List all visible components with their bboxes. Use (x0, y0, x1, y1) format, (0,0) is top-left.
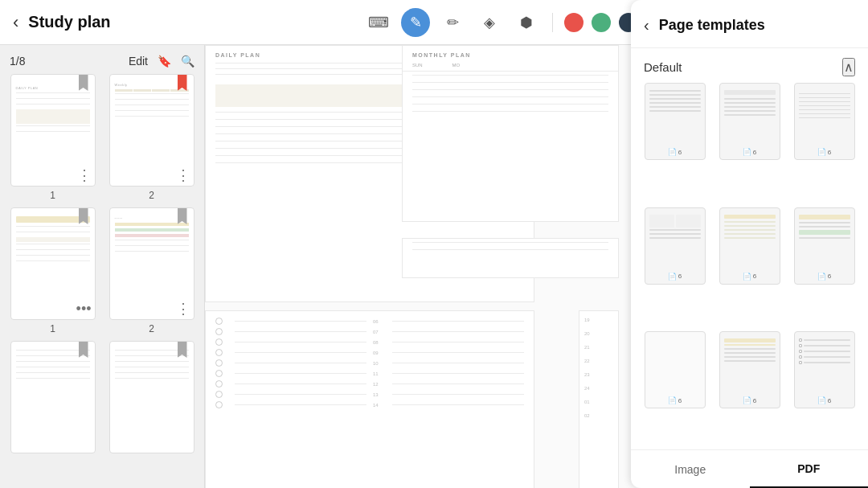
thumbnails-grid: Daily Plan ⋮ 1 Weekly (6, 74, 198, 457)
image-tab-button[interactable]: Image (631, 450, 750, 488)
pencil-icon[interactable]: ✏ (438, 8, 467, 37)
rp-back-button[interactable]: ‹ (644, 16, 649, 35)
day-mo: MO (452, 63, 489, 68)
template-card-7[interactable]: 📄 6 (641, 331, 709, 449)
monthly-plan-label: MONTHLY PLAN (403, 46, 618, 61)
nav-actions: Edit 🔖 🔍 (129, 55, 194, 68)
sched-circle (215, 370, 223, 377)
rp-section-default: Default ∧ (631, 48, 868, 83)
sched-circle (215, 349, 223, 356)
thumb-number-4: 2 (149, 323, 154, 334)
eraser-icon[interactable]: ◈ (475, 8, 504, 37)
day-tu (492, 63, 529, 68)
template-count-7: 📄 6 (668, 396, 682, 404)
template-card-8[interactable]: 📄 6 (715, 331, 784, 449)
template-card-3[interactable]: 📄 6 (790, 83, 858, 201)
template-count-2: 📄 6 (743, 148, 756, 156)
color-green[interactable] (592, 13, 611, 32)
thumb-dots-4[interactable]: ⋮ (176, 301, 190, 316)
template-thumb-3[interactable]: 📄 6 (794, 83, 855, 160)
schedule-page: 06 07 08 09 10 (205, 310, 534, 488)
thumb-item-5[interactable] (6, 341, 99, 457)
thumb-item-3[interactable]: ••• 1 (6, 207, 99, 334)
day-sun: SUN (412, 63, 449, 68)
main-area: 1/8 Edit 🔖 🔍 Daily Plan ⋮ (0, 45, 868, 488)
day-we (531, 63, 568, 68)
color-red[interactable] (564, 13, 583, 32)
page-title: Study plan (28, 13, 354, 31)
page-counter: 1/8 (10, 55, 25, 68)
template-thumb-9[interactable]: 📄 6 (794, 331, 855, 408)
sched-circle (215, 338, 223, 346)
rp-chevron-button[interactable]: ∧ (842, 58, 855, 76)
template-card-4[interactable]: 📄 6 (641, 207, 709, 326)
template-thumb-7[interactable]: 📄 6 (645, 331, 706, 408)
template-count-8: 📄 6 (743, 396, 756, 404)
thumb-dots-3[interactable]: ••• (76, 301, 92, 316)
thumb-item-2[interactable]: Weekly ⋮ 2 (105, 74, 198, 201)
thumb-number-2: 2 (149, 190, 154, 201)
sched-circle (215, 380, 223, 388)
left-panel: 1/8 Edit 🔖 🔍 Daily Plan ⋮ (0, 45, 205, 488)
back-button[interactable]: ‹ (13, 14, 18, 31)
pdf-tab-button[interactable]: PDF (750, 450, 869, 488)
search-button[interactable]: 🔍 (181, 55, 194, 68)
bookmark-button[interactable]: 🔖 (158, 55, 171, 68)
thumb-dots-2[interactable]: ⋮ (176, 168, 190, 182)
template-count-5: 📄 6 (743, 273, 756, 281)
thumb-card-4[interactable]: ─── ⋮ (109, 207, 194, 320)
thumb-card-5[interactable] (10, 341, 96, 453)
template-thumb-2[interactable]: 📄 6 (719, 83, 780, 160)
rp-footer: Image PDF (631, 449, 868, 488)
templates-grid: 📄 6 📄 (631, 83, 868, 449)
template-thumb-8[interactable]: 📄 6 (719, 331, 780, 408)
thumb-card-2[interactable]: Weekly ⋮ (109, 74, 194, 187)
template-thumb-5[interactable]: 📄 6 (719, 207, 780, 285)
thumb-number-1: 1 (50, 190, 55, 201)
thumb-number-3: 1 (50, 323, 55, 334)
template-thumb-4[interactable]: 📄 6 (645, 207, 706, 285)
sched-circle (215, 318, 223, 325)
thumb-item-4[interactable]: ─── ⋮ 2 (105, 207, 198, 334)
template-card-2[interactable]: 📄 6 (715, 83, 784, 201)
right-panel: ‹ Page templates Default ∧ (631, 0, 868, 488)
sched-circle (215, 391, 223, 398)
sched-circle (215, 401, 223, 408)
template-card-6[interactable]: 📄 6 (790, 207, 858, 326)
template-thumb-6[interactable]: 📄 6 (794, 207, 855, 285)
thumb-card-6[interactable] (109, 341, 194, 453)
thumb-item-1[interactable]: Daily Plan ⋮ 1 (6, 74, 99, 201)
sched-circle (215, 359, 223, 367)
lasso-icon[interactable]: ⬢ (512, 8, 541, 37)
day-th (571, 63, 608, 68)
template-card-5[interactable]: 📄 6 (715, 207, 784, 326)
edit-button[interactable]: Edit (129, 55, 148, 68)
keyboard-icon[interactable]: ⌨ (364, 8, 393, 37)
monthly-plan-page: MONTHLY PLAN SUN MO (402, 45, 619, 222)
monthly-right-ext (402, 238, 619, 278)
thumb-dots-1[interactable]: ⋮ (77, 168, 92, 182)
thumb-card-1[interactable]: Daily Plan ⋮ (10, 74, 96, 187)
template-card-1[interactable]: 📄 6 (641, 83, 709, 201)
template-count-3: 📄 6 (817, 148, 831, 156)
pen-icon[interactable]: ✎ (401, 8, 430, 37)
template-count-4: 📄 6 (668, 273, 682, 281)
time-right-col: 19 20 21 22 23 24 01 02 (579, 310, 619, 488)
thumb-item-6[interactable] (105, 341, 198, 457)
template-count-9: 📄 6 (817, 396, 831, 404)
page-nav-header: 1/8 Edit 🔖 🔍 (6, 51, 198, 74)
template-card-9[interactable]: 📄 6 (790, 331, 858, 449)
rp-header: ‹ Page templates (631, 0, 868, 48)
template-count-6: 📄 6 (817, 273, 831, 281)
thumb-card-3[interactable]: ••• (10, 207, 96, 320)
rp-section-title: Default (644, 60, 682, 74)
sched-circle (215, 328, 223, 335)
template-count-1: 📄 6 (668, 148, 682, 156)
template-thumb-1[interactable]: 📄 6 (645, 83, 706, 160)
rp-title: Page templates (659, 17, 765, 34)
